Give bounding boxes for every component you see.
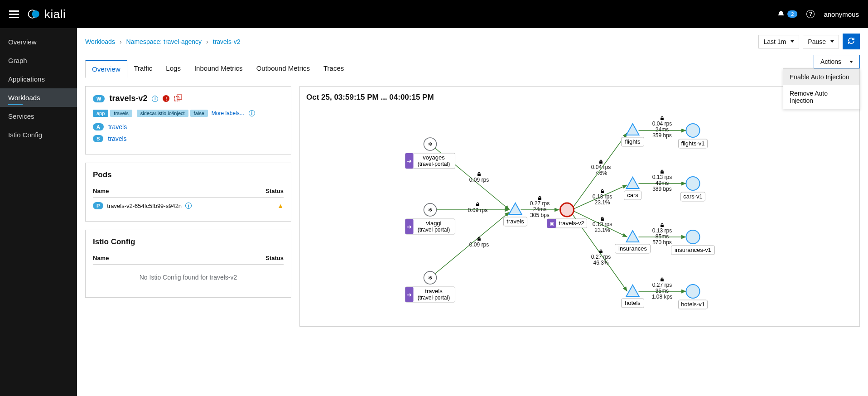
node-travels-portal-app[interactable]: ✻ ➜ travels (travel-portal) <box>405 271 455 302</box>
edge-label: 359 bps <box>652 132 672 139</box>
info-icon[interactable]: i <box>152 96 158 102</box>
lock-icon: 🔒︎ <box>477 171 482 177</box>
edge-label: 0.13 rps <box>593 221 612 227</box>
svg-text:🔒︎: 🔒︎ <box>477 236 482 241</box>
sidebar-item-applications[interactable]: Applications <box>0 70 77 88</box>
actions-menu: Enable Auto Injection Remove Auto Inject… <box>783 68 860 109</box>
svg-marker-75 <box>627 285 639 296</box>
edge-label: 23.1% <box>594 227 610 233</box>
node-cars-service[interactable]: cars <box>624 177 641 200</box>
pods-title: Pods <box>93 170 284 179</box>
breadcrumb-leaf[interactable]: travels-v2 <box>213 38 241 45</box>
node-travels-v2-workload[interactable]: ▣ travels-v2 <box>547 203 587 228</box>
notification-count: 2 <box>787 10 797 18</box>
svg-text:✻: ✻ <box>428 275 432 280</box>
username[interactable]: anonymous <box>824 10 859 18</box>
svg-text:voyages: voyages <box>423 154 445 161</box>
svg-text:(travel-portal): (travel-portal) <box>418 227 450 233</box>
svg-point-1 <box>32 10 39 18</box>
breadcrumb-sep: › <box>120 38 122 45</box>
svg-text:insurances: insurances <box>618 245 647 252</box>
edge-label: 7.6% <box>595 170 608 176</box>
edge-label: 0.27 rps <box>652 282 672 288</box>
refresh-button[interactable] <box>843 34 860 49</box>
node-insurances-service[interactable]: insurances <box>615 231 651 253</box>
tab-overview[interactable]: Overview <box>85 60 127 78</box>
more-labels-link[interactable]: More labels... <box>212 110 244 116</box>
label-key: app <box>93 110 108 117</box>
kiali-logo-icon <box>27 9 41 19</box>
svg-text:insurances-v1: insurances-v1 <box>675 246 711 253</box>
application-link[interactable]: travels <box>108 123 127 130</box>
svg-text:➜: ➜ <box>407 223 412 230</box>
svg-text:✻: ✻ <box>428 207 432 212</box>
time-range-select[interactable]: Last 1m <box>758 35 799 48</box>
missing-sidecar-icon[interactable] <box>174 94 182 103</box>
bell-icon: 🔔︎ <box>777 10 785 18</box>
sidebar-item-services[interactable]: Services <box>0 107 77 126</box>
col-name: Name <box>93 255 109 261</box>
traffic-graph[interactable]: 🔒︎ 0.09 rps 🔒︎ 0.09 rps 🔒︎ 0.09 rps 🔒︎ 0… <box>306 106 853 319</box>
node-insurances-v1-workload[interactable]: insurances-v1 <box>671 230 715 255</box>
action-enable-auto-injection[interactable]: Enable Auto Injection <box>783 69 859 85</box>
refresh-mode-select[interactable]: Pause <box>803 35 839 48</box>
node-travels-service[interactable]: travels <box>504 203 527 226</box>
svg-text:(travel-portal): (travel-portal) <box>418 161 450 167</box>
node-hotels-v1-workload[interactable]: hotels-v1 <box>679 285 708 309</box>
topbar: kiali 🔔︎ 2 ? anonymous <box>0 0 868 28</box>
sidebar-item-istio-config[interactable]: Istio Config <box>0 126 77 144</box>
menu-toggle-button[interactable] <box>9 9 19 20</box>
svg-text:flights-v1: flights-v1 <box>681 140 704 147</box>
svg-text:cars: cars <box>627 192 638 198</box>
node-flights-v1-workload[interactable]: flights-v1 <box>679 124 708 148</box>
istio-config-card: Istio Config Name Status No Istio Config… <box>85 230 291 298</box>
label-value: false <box>190 110 208 117</box>
svg-marker-63 <box>627 177 639 188</box>
graph-timespan: Oct 25, 03:59:15 PM ... 04:00:15 PM <box>306 93 853 102</box>
node-viaggi-app[interactable]: ✻ ➜ viaggi (travel-portal) <box>405 203 455 234</box>
svg-marker-49 <box>509 203 522 214</box>
pod-row: P travels-v2-654fc5fb99-s942n i ▲︎ <box>93 198 284 214</box>
chevron-down-icon <box>791 40 794 43</box>
node-flights-service[interactable]: flights <box>622 124 644 146</box>
pods-card: Pods Name Status P travels-v2-654fc5fb99… <box>85 163 291 222</box>
svg-text:▣: ▣ <box>550 221 554 226</box>
sidebar-item-graph[interactable]: Graph <box>0 51 77 70</box>
help-icon[interactable]: ? <box>806 10 815 18</box>
info-icon[interactable]: i <box>249 110 255 116</box>
brand-text: kiali <box>44 7 66 21</box>
chevron-down-icon <box>849 61 853 63</box>
sidebar: Overview Graph Applications Workloads Se… <box>0 28 77 396</box>
label-key: sidecar.istio.io/inject <box>137 110 188 117</box>
edge-label: 24ms <box>533 206 546 212</box>
edge-label: 46.3% <box>593 260 608 266</box>
node-voyages-app[interactable]: ✻ ➜ voyages (travel-portal) <box>405 138 455 169</box>
svg-text:hotels-v1: hotels-v1 <box>681 301 705 308</box>
edge-label: 1.08 kps <box>652 294 672 300</box>
col-name: Name <box>93 188 109 194</box>
sidebar-item-overview[interactable]: Overview <box>0 33 77 51</box>
edge-label: 0.04 rps <box>652 121 672 127</box>
svg-text:travels: travels <box>425 288 443 295</box>
warning-icon[interactable]: ▲︎ <box>277 202 284 209</box>
edge-label: 23.1% <box>594 199 610 206</box>
svg-text:(travel-portal): (travel-portal) <box>418 295 450 301</box>
actions-button[interactable]: Actions <box>814 55 860 68</box>
istio-title: Istio Config <box>93 237 284 246</box>
alert-icon[interactable]: ! <box>163 95 169 102</box>
info-icon[interactable]: i <box>185 203 192 209</box>
edge-label: 0.13 rps <box>652 227 672 234</box>
edge-label: 0.27 rps <box>530 200 550 207</box>
svg-text:travels: travels <box>506 218 524 225</box>
notifications-button[interactable]: 🔔︎ 2 <box>777 10 797 18</box>
svg-marker-57 <box>627 124 639 135</box>
breadcrumb-root[interactable]: Workloads <box>85 38 115 45</box>
service-link[interactable]: travels <box>108 135 126 142</box>
pod-badge-icon: P <box>93 202 103 209</box>
svg-point-66 <box>686 177 700 190</box>
node-cars-v1-workload[interactable]: cars-v1 <box>681 177 705 201</box>
breadcrumb-namespace[interactable]: Namespace: travel-agency <box>126 38 202 45</box>
sidebar-item-workloads[interactable]: Workloads <box>0 88 77 107</box>
svg-text:🔒︎: 🔒︎ <box>477 171 482 177</box>
action-remove-auto-injection[interactable]: Remove Auto Injection <box>783 85 859 109</box>
